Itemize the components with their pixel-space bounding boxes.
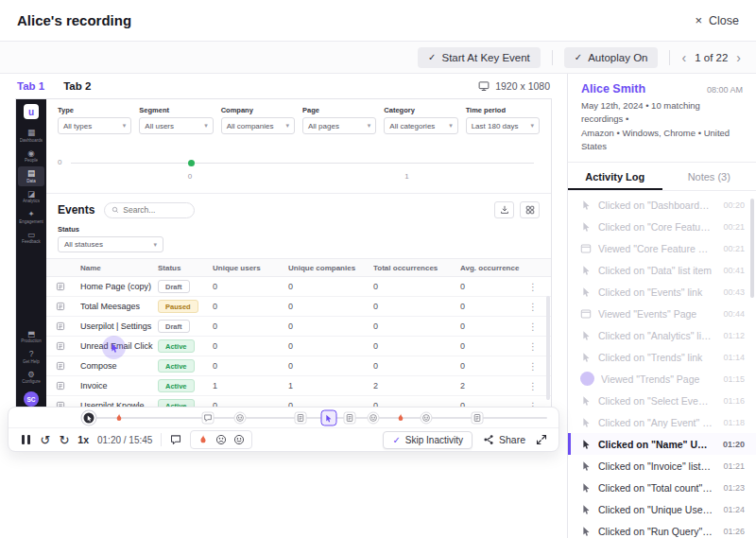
user-name-link[interactable]: Alice Smith <box>581 82 645 95</box>
column-header[interactable]: Name <box>80 264 156 272</box>
activity-log-item[interactable]: Clicked on "Trends" link 01:14 <box>568 346 756 368</box>
activity-text: Clicked on "Invoice" list item <box>598 460 713 472</box>
tab-notes[interactable]: Notes (3) <box>662 163 756 190</box>
sidebar-item-data[interactable]: ▤Data <box>18 166 44 186</box>
filter-select[interactable]: All types▾ <box>58 117 131 134</box>
tab-2[interactable]: Tab 2 <box>63 80 91 92</box>
timeline-marker-smiley[interactable] <box>367 412 379 425</box>
sidebar-item-feedback[interactable]: ▭Feedback <box>18 228 44 248</box>
kebab-menu-icon[interactable]: ⋮ <box>524 302 541 312</box>
activity-log-item[interactable]: Clicked on "Total count" dropdown 01:23 <box>568 477 756 498</box>
activity-log-item[interactable]: Clicked on "Dashboards" list item 00:20 <box>568 194 756 216</box>
status-filter-select[interactable]: All statuses ▾ <box>58 236 163 252</box>
cursor-click-icon <box>580 460 592 472</box>
search-input[interactable] <box>123 205 187 215</box>
sidebar-item-engagement[interactable]: ✦Engagement <box>18 207 44 227</box>
activity-log-item[interactable]: Clicked on "Events" link 00:43 <box>568 281 756 303</box>
playback-speed-button[interactable]: 1x <box>77 434 89 445</box>
events-search[interactable] <box>104 202 195 218</box>
share-button[interactable]: Share <box>483 434 525 445</box>
timeline-marker-flame[interactable] <box>395 412 407 425</box>
activity-log-item[interactable]: Clicked on "Core Feature Engagem... 00:2… <box>568 216 756 237</box>
smile-reaction-button[interactable] <box>233 434 245 445</box>
timeline-marker-note[interactable] <box>343 412 355 425</box>
activity-log-item[interactable]: Clicked on "Data" list item 00:41 <box>568 259 756 281</box>
activity-log-item[interactable]: Clicked on "Unique Users" list item 01:2… <box>568 498 756 520</box>
activity-log-item[interactable]: Viewed "Events" Page 00:44 <box>568 303 756 324</box>
activity-log-item[interactable]: Viewed "Core Feature Engagment" 00:21 <box>568 237 756 259</box>
timeline-marker-comment[interactable] <box>201 412 214 425</box>
column-header[interactable]: Unique users <box>213 264 286 272</box>
close-icon: × <box>695 13 702 27</box>
filter-select[interactable]: All pages▾ <box>302 117 376 134</box>
table-row[interactable]: Total Meesages Paused 0000 ⋮ <box>46 297 551 317</box>
kebab-menu-icon[interactable]: ⋮ <box>524 321 541 332</box>
activity-log-item[interactable]: Clicked on "Any Event" list item 01:18 <box>568 411 756 433</box>
filter-select[interactable]: All companies▾ <box>221 117 295 134</box>
kebab-menu-icon[interactable]: ⋮ <box>524 381 541 391</box>
timeline-marker-playhead[interactable] <box>82 411 96 425</box>
sidebar-item-configure[interactable]: ⚙Configure <box>18 368 44 388</box>
column-header[interactable]: Avg. occurrence <box>460 264 523 272</box>
chart-data-point[interactable] <box>188 160 195 166</box>
chevron-down-icon: ▾ <box>204 122 208 130</box>
fullscreen-button[interactable] <box>536 434 547 445</box>
data-icon: ▤ <box>27 169 35 178</box>
activity-log-item[interactable]: Clicked on "Invoice" list item 01:21 <box>568 455 756 477</box>
table-scrollbar[interactable] <box>546 296 550 400</box>
pause-button[interactable] <box>20 433 32 446</box>
timeline-marker-note[interactable] <box>295 412 307 425</box>
chevron-right-icon[interactable]: › <box>736 51 741 64</box>
activity-log-item[interactable]: Viewed "Trends" Page 01:15 <box>568 368 756 390</box>
timeline-scrubber[interactable] <box>9 408 558 427</box>
filter-select[interactable]: Last 180 days▾ <box>466 117 540 134</box>
autoplay-toggle-button[interactable]: ✓ Autoplay On <box>564 47 659 68</box>
start-at-key-event-button[interactable]: ✓ Start At Key Event <box>418 47 541 68</box>
session-meta-line1: May 12th, 2024 • 10 matching recordings … <box>581 99 743 127</box>
timeline-marker-current[interactable] <box>320 410 336 426</box>
forward-10-button[interactable]: ↻ <box>59 434 69 446</box>
filter-select[interactable]: All users▾ <box>139 117 213 134</box>
metric-value: 1 <box>213 381 286 390</box>
rewind-10-button[interactable]: ↺ <box>41 434 51 446</box>
download-button[interactable] <box>494 201 514 218</box>
chevron-left-icon[interactable]: ‹ <box>681 51 686 64</box>
activity-log-item[interactable]: Clicked on "Run Query" button 01:26 <box>568 520 756 538</box>
kebab-menu-icon[interactable]: ⋮ <box>524 361 541 372</box>
sidebar-item-get-help[interactable]: ?Get Help <box>18 347 44 367</box>
frown-reaction-button[interactable] <box>215 434 227 445</box>
activity-log-item[interactable]: Clicked on "Select Event" dropdown 01:16 <box>568 390 756 411</box>
timeline-marker-note[interactable] <box>472 412 484 425</box>
kebab-menu-icon[interactable]: ⋮ <box>524 341 541 352</box>
activity-log-item[interactable]: Clicked on "Name" Unread Email C... 01:2… <box>568 433 756 455</box>
timeline-marker-smiley[interactable] <box>421 412 433 425</box>
column-header[interactable]: Unique companies <box>288 264 371 272</box>
sidebar-item-analytics[interactable]: ◪Analytics <box>18 187 44 207</box>
avatar[interactable]: SC <box>24 391 39 407</box>
tab-1[interactable]: Tab 1 <box>17 80 44 92</box>
activity-log-item[interactable]: Clicked on "Analytics" list item 01:12 <box>568 324 756 346</box>
kebab-menu-icon[interactable]: ⋮ <box>524 282 541 292</box>
table-row[interactable]: Userpilot | Settings Draft 0000 ⋮ <box>46 317 551 337</box>
sidebar-item-people[interactable]: ◉People <box>18 147 44 166</box>
filter-select[interactable]: All categories▾ <box>384 117 457 134</box>
timeline-marker-flame[interactable] <box>113 412 126 425</box>
table-row[interactable]: Invoice Active 1122 ⋮ <box>46 376 551 396</box>
sidebar-item-production[interactable]: ⬒Production <box>18 327 44 347</box>
table-row[interactable]: Compose Active 0000 ⋮ <box>46 356 551 376</box>
sidebar-item-dashboards[interactable]: ▦Dashboards <box>18 126 44 146</box>
table-row[interactable]: Unread Email Click Active 0000 ⋮ <box>46 337 551 356</box>
comment-button[interactable] <box>170 434 181 445</box>
columns-button[interactable] <box>520 201 540 218</box>
column-header[interactable]: Status <box>158 264 211 272</box>
scrubber-track[interactable] <box>82 417 547 419</box>
metric-value: 0 <box>213 302 286 311</box>
close-button[interactable]: × Close <box>695 13 739 27</box>
column-header[interactable]: Total occurrences <box>373 264 458 272</box>
tab-activity-log[interactable]: Activity Log <box>568 163 662 190</box>
frustration-button[interactable] <box>198 434 209 445</box>
table-row[interactable]: Home Page (copy) Draft 0000 ⋮ <box>46 277 551 297</box>
activity-log-scrollbar[interactable] <box>750 199 754 298</box>
skip-inactivity-toggle[interactable]: ✓ Skip Inactivity <box>383 431 472 449</box>
timeline-marker-smiley[interactable] <box>234 412 247 425</box>
